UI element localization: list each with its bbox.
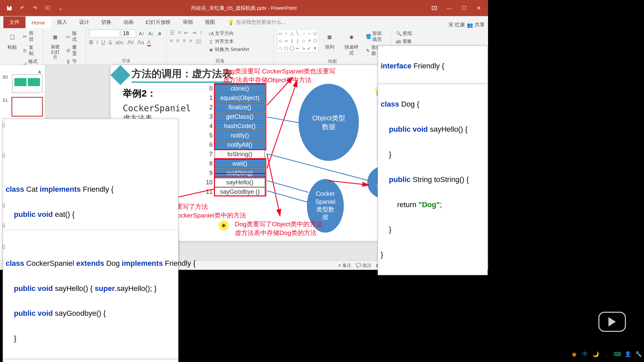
replace-button[interactable]: ab替换: [394, 38, 415, 46]
tray-icon-1[interactable]: ◉: [570, 350, 578, 358]
qs-label: 快速样式: [344, 44, 359, 56]
quickstyle-button[interactable]: ◉快速样式: [341, 29, 362, 58]
align-center-button[interactable]: ≡: [176, 38, 179, 44]
undo-icon[interactable]: ↶: [19, 5, 25, 11]
justify-button[interactable]: ≡: [189, 38, 192, 44]
replace-label: 替换: [402, 39, 412, 45]
tab-slideshow[interactable]: 幻灯片放映: [140, 16, 177, 28]
case-button[interactable]: Aa: [138, 40, 144, 46]
tab-insert[interactable]: 插入: [51, 16, 73, 28]
shapes-gallery[interactable]: ▭○△╲→↔⬡ ◇▱{}☆↗⬠ ⬭▢◯⬰↘↙▾: [277, 29, 318, 52]
text-direction-button[interactable]: ↕A文字方向: [207, 29, 250, 38]
share-button[interactable]: 👥共享: [467, 22, 485, 28]
cocker-spaniel-label: CockerSpaniel: [123, 103, 191, 113]
tab-home[interactable]: Home: [25, 17, 51, 28]
layout-button[interactable]: ▭版式: [64, 29, 82, 44]
qat-more-icon[interactable]: ⌄: [57, 5, 64, 11]
tray-user-icon[interactable]: 👤: [624, 350, 632, 358]
shrink-font-button[interactable]: A↓: [147, 29, 155, 38]
font-size-combo[interactable]: 18: [121, 29, 137, 38]
paste-icon: 📋: [6, 31, 18, 43]
vidx: 6: [205, 141, 215, 148]
tell-me-text: 告诉我您想要做什么...: [236, 19, 286, 25]
tray-wrench-icon[interactable]: 🔧: [635, 350, 643, 358]
font-size-value: 18: [123, 31, 129, 37]
section-button[interactable]: §节: [64, 58, 82, 66]
kw: class: [6, 259, 26, 267]
minimize-icon[interactable]: —: [446, 5, 452, 11]
arrange-label: 排列: [325, 44, 334, 50]
vidx: 5: [205, 132, 215, 139]
svg-line-9: [267, 181, 309, 192]
tab-view[interactable]: 视图: [199, 16, 221, 28]
tab-file[interactable]: 文件: [3, 16, 25, 28]
user-name[interactable]: 宋 红康: [448, 22, 465, 28]
tray-ime-icon[interactable]: 中: [581, 350, 589, 358]
reset-button[interactable]: ↺重置: [64, 44, 82, 58]
tell-me[interactable]: 💡告诉我您想要做什么...: [228, 16, 286, 28]
indent-dec-button[interactable]: ⇤: [184, 29, 189, 36]
tab-review[interactable]: 审阅: [177, 16, 199, 28]
txt: .sayHello(); }: [115, 284, 157, 293]
save-icon[interactable]: [6, 5, 13, 11]
txt: Cat: [26, 185, 40, 193]
txt: }: [6, 334, 16, 343]
grow-font-button[interactable]: A↑: [138, 29, 146, 38]
strike-button[interactable]: S̶: [109, 40, 112, 46]
align-right-button[interactable]: ≡: [183, 38, 186, 44]
section-icon: §: [65, 59, 71, 64]
new-slide-icon: ▦: [49, 31, 61, 43]
cs-ell-text: Cocker Spaniel 类型数 据: [315, 190, 335, 222]
tab-design[interactable]: 设计: [73, 16, 95, 28]
font-group-label: 字体: [89, 57, 163, 65]
ribbon-opts-icon[interactable]: [431, 5, 438, 11]
cut-label: 剪切: [29, 31, 38, 43]
layout-icon: ▭: [65, 34, 70, 39]
video-play-overlay-icon[interactable]: [598, 312, 626, 332]
tray-keyboard-icon[interactable]: ⌨: [613, 350, 621, 358]
str: "Dog": [418, 200, 440, 209]
new-slide-button[interactable]: ▦新建 幻灯片: [46, 29, 64, 66]
indent-inc-button[interactable]: ⇥: [192, 29, 196, 36]
vidx: 1: [205, 95, 215, 102]
td-label: 文字方向: [215, 31, 234, 37]
bold-button[interactable]: B: [89, 40, 93, 46]
shadow-button[interactable]: abc: [115, 40, 124, 46]
fill-button[interactable]: 🪣形状填充: [364, 29, 387, 44]
at-label: 对齐文本: [215, 39, 234, 45]
align-left-button[interactable]: ≡: [170, 38, 173, 44]
thumb-61[interactable]: 61: [3, 98, 42, 116]
cut-button[interactable]: ✂剪切: [21, 29, 39, 44]
redo-icon[interactable]: ↷: [32, 5, 38, 11]
font-color-button[interactable]: A: [147, 40, 151, 46]
clear-format-button[interactable]: A̷: [157, 29, 163, 38]
comments-button[interactable]: 💬 批注: [356, 262, 371, 268]
smartart-button[interactable]: ◈转换为 SmartArt: [207, 46, 250, 54]
arrange-button[interactable]: ▦排列: [321, 29, 338, 58]
italic-button[interactable]: I: [97, 40, 98, 46]
maximize-icon[interactable]: ☐: [461, 5, 467, 11]
font-family-combo[interactable]: [89, 29, 120, 38]
start-show-icon[interactable]: [44, 5, 51, 11]
notes-button[interactable]: ≐ 备注: [338, 262, 352, 268]
bullets-button[interactable]: ☰: [170, 29, 174, 36]
example-label: 举例2：: [123, 87, 156, 100]
find-button[interactable]: 🔍查找: [394, 29, 415, 38]
columns-button[interactable]: ▯▯: [196, 38, 202, 44]
close-icon[interactable]: ✕: [475, 5, 482, 11]
tab-transitions[interactable]: 切换: [95, 16, 117, 28]
tab-animations[interactable]: 动画: [117, 16, 140, 28]
line-spacing-button[interactable]: ↕: [200, 29, 202, 36]
txt: return: [381, 200, 418, 209]
tray-moon-icon[interactable]: 🌙: [592, 350, 600, 358]
align-text-icon: ▯: [208, 39, 214, 44]
kw: implements: [122, 259, 165, 267]
system-tray: ◉ 中 🌙 ， ⌨ 👤 🔧: [570, 350, 643, 358]
thumb-60[interactable]: 60: [3, 74, 42, 93]
copy-button[interactable]: ⎘复制: [21, 44, 39, 58]
underline-button[interactable]: U: [101, 40, 105, 46]
align-text-button[interactable]: ▯对齐文本: [207, 38, 250, 46]
tray-comma-icon[interactable]: ，: [602, 350, 610, 358]
numbering-button[interactable]: ≡: [178, 29, 181, 36]
spacing-button[interactable]: AV: [127, 40, 134, 46]
